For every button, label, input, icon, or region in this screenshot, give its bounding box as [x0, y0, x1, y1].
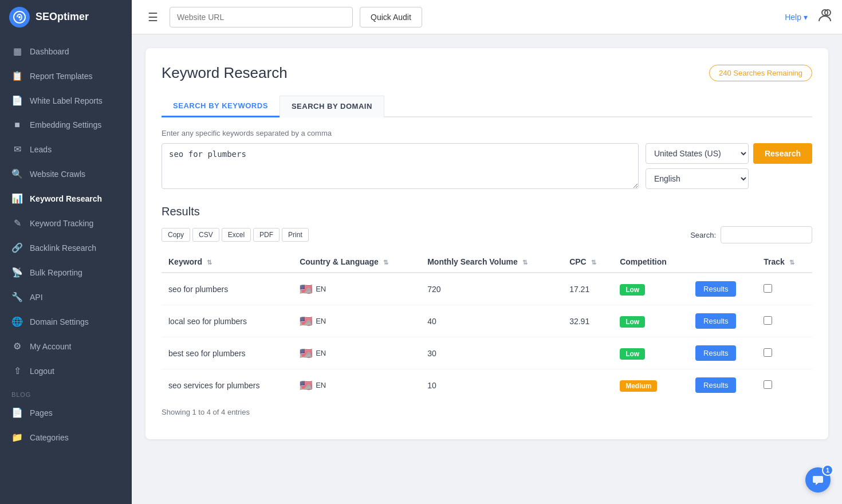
sidebar-item-report-templates[interactable]: 📋 Report Templates	[0, 64, 132, 88]
sidebar-item-leads[interactable]: ✉ Leads	[0, 137, 132, 162]
csv-button[interactable]: CSV	[192, 228, 219, 242]
table-search: Search:	[690, 226, 812, 243]
chat-button[interactable]: 1	[805, 467, 831, 493]
sidebar-item-embedding[interactable]: ■ Embedding Settings	[0, 113, 132, 137]
logo: SEOptimer	[0, 0, 132, 34]
searches-remaining-badge: 240 Searches Remaining	[709, 65, 812, 81]
sidebar-item-backlink-research[interactable]: 🔗 Backlink Research	[0, 235, 132, 260]
competition-badge: Low	[620, 316, 645, 328]
sidebar-item-bulk-reporting[interactable]: 📡 Bulk Reporting	[0, 260, 132, 285]
cell-cpc: 32.91	[562, 305, 613, 337]
embedding-icon: ■	[11, 120, 23, 130]
table-footer: Showing 1 to 4 of 4 entries	[162, 408, 812, 416]
cell-keyword: seo services for plumbers	[162, 369, 293, 401]
user-icon[interactable]	[817, 7, 833, 27]
leads-icon: ✉	[11, 144, 23, 155]
cell-cpc	[562, 337, 613, 369]
cell-results-btn: Results	[688, 273, 757, 305]
sidebar: ▦ Dashboard 📋 Report Templates 📄 White L…	[0, 34, 132, 504]
language-select[interactable]: English Spanish French German	[646, 168, 749, 189]
search-form: seo for plumbers United States (US) Unit…	[162, 143, 812, 189]
topbar-right: Help ▾	[785, 7, 833, 27]
results-button[interactable]: Results	[695, 345, 736, 361]
logo-icon	[9, 7, 30, 27]
sidebar-item-pages[interactable]: 📄 Pages	[0, 400, 132, 425]
research-button[interactable]: Research	[753, 143, 812, 164]
pages-icon: 📄	[11, 407, 23, 418]
sidebar-item-domain-settings[interactable]: 🌐 Domain Settings	[0, 309, 132, 334]
search-label: Search:	[690, 231, 716, 239]
help-button[interactable]: Help ▾	[785, 13, 808, 22]
cell-track	[757, 273, 812, 305]
th-results	[688, 251, 757, 273]
table-row: seo for plumbers 🇺🇸 EN 720 17.21 Low Res…	[162, 273, 812, 305]
page-header: Keyword Research 240 Searches Remaining	[162, 64, 812, 82]
hamburger-button[interactable]: ☰	[143, 8, 163, 26]
cell-results-btn: Results	[688, 337, 757, 369]
page-title: Keyword Research	[162, 64, 288, 82]
bulk-reporting-icon: 📡	[11, 267, 23, 278]
cell-results-btn: Results	[688, 305, 757, 337]
cell-country: 🇺🇸 EN	[293, 273, 420, 305]
cell-competition: Low	[613, 273, 688, 305]
pdf-button[interactable]: PDF	[253, 228, 280, 242]
categories-icon: 📁	[11, 432, 23, 443]
cell-keyword: seo for plumbers	[162, 273, 293, 305]
sidebar-item-my-account[interactable]: ⚙ My Account	[0, 334, 132, 359]
th-track: Track ⇅	[757, 251, 812, 273]
cell-competition: Low	[613, 305, 688, 337]
cell-cpc	[562, 369, 613, 401]
cell-keyword: best seo for plumbers	[162, 337, 293, 369]
topbar: SEOptimer ☰ Quick Audit Help ▾	[0, 0, 842, 34]
tab-search-by-domain[interactable]: SEARCH BY DOMAIN	[280, 96, 384, 117]
th-keyword: Keyword ⇅	[162, 251, 293, 273]
competition-badge: Low	[620, 284, 645, 296]
account-icon: ⚙	[11, 341, 23, 352]
country-select[interactable]: United States (US) United Kingdom (UK) C…	[646, 143, 749, 164]
table-row: local seo for plumbers 🇺🇸 EN 40 32.91 Lo…	[162, 305, 812, 337]
cell-country: 🇺🇸 EN	[293, 305, 420, 337]
results-button[interactable]: Results	[695, 313, 736, 329]
results-toolbar: Copy CSV Excel PDF Print Search:	[162, 226, 812, 243]
svg-point-1	[18, 16, 21, 18]
keyword-research-icon: 📊	[11, 193, 23, 204]
sidebar-item-dashboard[interactable]: ▦ Dashboard	[0, 39, 132, 64]
tab-search-by-keywords[interactable]: SEARCH BY KEYWORDS	[162, 96, 280, 117]
track-checkbox[interactable]	[764, 284, 772, 293]
results-button[interactable]: Results	[695, 377, 736, 393]
th-cpc: CPC ⇅	[562, 251, 613, 273]
sidebar-item-keyword-research[interactable]: 📊 Keyword Research	[0, 186, 132, 211]
results-button[interactable]: Results	[695, 281, 736, 297]
copy-button[interactable]: Copy	[162, 228, 190, 242]
keyword-tracking-icon: ✎	[11, 218, 23, 229]
excel-button[interactable]: Excel	[222, 228, 251, 242]
sidebar-item-website-crawls[interactable]: 🔍 Website Crawls	[0, 162, 132, 186]
quick-audit-button[interactable]: Quick Audit	[360, 7, 422, 27]
chat-icon	[812, 474, 824, 486]
table-search-input[interactable]	[721, 226, 812, 243]
track-checkbox[interactable]	[764, 316, 772, 325]
search-tabs: SEARCH BY KEYWORDS SEARCH BY DOMAIN	[162, 96, 812, 117]
search-hint: Enter any specific keywords separated by…	[162, 129, 812, 137]
competition-badge: Low	[620, 348, 645, 360]
print-button[interactable]: Print	[282, 228, 309, 242]
competition-badge: Medium	[620, 380, 657, 392]
results-table: Keyword ⇅ Country & Language ⇅ Monthly S…	[162, 251, 812, 401]
sidebar-item-white-label[interactable]: 📄 White Label Reports	[0, 88, 132, 113]
track-checkbox[interactable]	[764, 380, 772, 389]
sidebar-item-keyword-tracking[interactable]: ✎ Keyword Tracking	[0, 211, 132, 235]
cell-volume: 30	[420, 337, 562, 369]
sidebar-item-api[interactable]: 🔧 API	[0, 285, 132, 309]
cell-cpc: 17.21	[562, 273, 613, 305]
sidebar-item-categories[interactable]: 📁 Categories	[0, 425, 132, 450]
cell-track	[757, 337, 812, 369]
cell-volume: 40	[420, 305, 562, 337]
sidebar-item-logout[interactable]: ⇧ Logout	[0, 359, 132, 383]
cell-track	[757, 305, 812, 337]
website-url-input[interactable]	[170, 7, 353, 27]
keyword-input[interactable]: seo for plumbers	[162, 143, 639, 189]
track-checkbox[interactable]	[764, 348, 772, 357]
search-controls: United States (US) United Kingdom (UK) C…	[646, 143, 812, 189]
content-card: Keyword Research 240 Searches Remaining …	[145, 48, 828, 439]
cell-volume: 720	[420, 273, 562, 305]
